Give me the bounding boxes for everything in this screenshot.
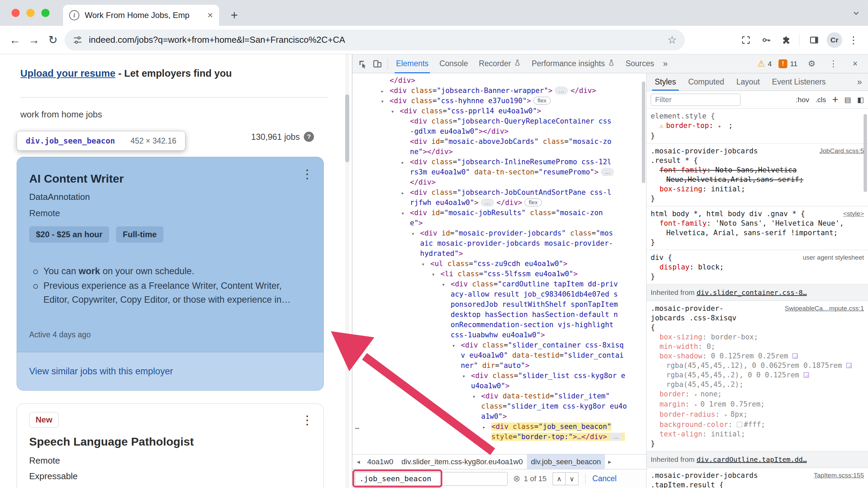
tree-row[interactable]: desktop hasSection hasSection-default n bbox=[352, 309, 646, 320]
page-scrollbar[interactable] bbox=[345, 54, 349, 488]
expand-arrow-icon[interactable]: ▸ bbox=[401, 188, 410, 198]
pseudo-state-toggle[interactable]: :hov bbox=[796, 96, 809, 104]
rule-selector[interactable]: element.style { bbox=[651, 111, 864, 121]
tree-row[interactable]: class="slider_item css-kyg8or eu4o bbox=[352, 401, 646, 411]
expand-arrow-icon[interactable]: ▸ bbox=[401, 157, 410, 168]
shorthand-expand-icon[interactable]: ▸ bbox=[725, 412, 728, 418]
password-key-icon[interactable] bbox=[757, 31, 775, 49]
css-declaration[interactable]: background-color: #fff; bbox=[651, 420, 864, 429]
stylesheet-link[interactable]: user agent stylesheet bbox=[803, 253, 864, 262]
tree-row[interactable]: rs3m eu4oa1w0" data-tn-secton="resumePro… bbox=[352, 167, 646, 177]
job-card-kebab-icon[interactable]: ⋮ bbox=[301, 414, 313, 426]
upload-resume-link[interactable]: Upload your resume bbox=[20, 68, 115, 79]
rule-selector[interactable]: .result * { bbox=[651, 156, 864, 165]
tree-row[interactable]: ▾<div class="slider_container css-8xisq bbox=[352, 340, 646, 350]
collapse-arrow-icon[interactable]: ▾ bbox=[391, 107, 400, 117]
shadow-swatch-icon[interactable] bbox=[804, 372, 809, 378]
styles-filter-input[interactable]: Filter bbox=[651, 94, 741, 106]
css-declaration[interactable]: border-radius: ▸8px; bbox=[651, 410, 864, 420]
tree-row[interactable]: onRecommendation-section vjs-highlight bbox=[352, 320, 646, 330]
job-title[interactable]: AI Content Writer bbox=[29, 172, 124, 185]
devtools-settings-gear-icon[interactable]: ⚙ bbox=[804, 56, 819, 71]
css-declaration[interactable]: box-sizing: border-box; bbox=[651, 332, 864, 342]
tree-row[interactable]: v eu4oa1w0" data-testid="slider_contai bbox=[352, 350, 646, 360]
shorthand-expand-icon[interactable]: ▸ bbox=[718, 123, 722, 129]
side-panel-icon[interactable] bbox=[805, 31, 823, 49]
tree-row[interactable]: css-1uabwhw eu4oa1w0"> bbox=[352, 330, 646, 340]
tree-row[interactable]: ▾<li class="css-5lfssm eu4oa1w0"> bbox=[352, 269, 646, 279]
crumbs-right-arrow-icon[interactable]: ▸ bbox=[605, 458, 614, 466]
site-settings-icon[interactable] bbox=[73, 35, 83, 45]
similar-jobs-link[interactable]: View similar jobs with this employer bbox=[29, 366, 173, 377]
next-match-button[interactable]: ∨ bbox=[566, 472, 578, 485]
inherited-target-link[interactable]: div.cardOutline.tapItem.dd… bbox=[696, 455, 807, 464]
stylesheet-link[interactable]: TapItem.scss:155 bbox=[814, 471, 864, 480]
tree-row[interactable]: <div class="jobsearch-QueryReplaceContai… bbox=[352, 116, 646, 126]
css-declaration[interactable]: font-family: Noto Sans,Helvetica Neue,He… bbox=[651, 165, 864, 184]
reload-button[interactable]: ↻ bbox=[43, 31, 62, 50]
tree-row[interactable]: u4oa1w0"> bbox=[352, 381, 646, 391]
collapse-arrow-icon[interactable]: ▾ bbox=[401, 208, 410, 219]
devtools-tab-recorder[interactable]: Recorder bbox=[473, 54, 526, 73]
expand-ellipsis-badge[interactable]: … bbox=[555, 87, 568, 95]
previous-match-button[interactable]: ∧ bbox=[553, 472, 566, 485]
expand-ellipsis-badge[interactable]: … bbox=[601, 168, 614, 176]
tree-row[interactable]: e"> bbox=[352, 218, 646, 228]
css-declaration[interactable]: font-family: 'Noto Sans', 'Helvetica Neu… bbox=[651, 219, 864, 238]
tree-row[interactable]: ponsoredJob resultWithShelf sponTapItem bbox=[352, 299, 646, 309]
device-toolbar-icon[interactable] bbox=[370, 56, 385, 71]
job-title[interactable]: Speech Language Pathologist bbox=[29, 435, 194, 448]
share-frame-icon[interactable] bbox=[737, 31, 755, 49]
tree-row[interactable]: hydrated"> bbox=[352, 248, 646, 259]
browser-tab[interactable]: i Work From Home Jobs, Emp × bbox=[63, 5, 219, 26]
close-window-button[interactable] bbox=[12, 9, 20, 17]
css-declaration[interactable]: ⚠border-top: ▸ ; bbox=[651, 121, 864, 131]
inherited-target-link[interactable]: div.slider_container.css-8… bbox=[696, 288, 807, 297]
inspect-element-icon[interactable] bbox=[355, 56, 370, 71]
tree-row[interactable]: rjfwh eu4oa1w0">…</div>flex bbox=[352, 198, 646, 208]
css-declaration[interactable]: border: ▸none; bbox=[651, 389, 864, 399]
collapse-arrow-icon[interactable]: ▾ bbox=[421, 259, 430, 269]
issues-indicator[interactable]: ! 11 bbox=[778, 59, 797, 68]
breadcrumb-item[interactable]: 4oa1w0 bbox=[363, 454, 397, 469]
breadcrumb-item[interactable]: div.job_seen_beacon bbox=[527, 454, 605, 469]
rule-selector[interactable]: { bbox=[651, 323, 864, 332]
tree-row[interactable]: -gdlxm eu4oa1w0"></div> bbox=[352, 126, 646, 136]
shadow-swatch-icon[interactable] bbox=[792, 353, 798, 359]
extensions-puzzle-icon[interactable] bbox=[777, 31, 796, 49]
devtools-kebab-icon[interactable]: ⋮ bbox=[826, 56, 841, 71]
tab-search-chevron-icon[interactable] bbox=[852, 9, 861, 19]
tree-row[interactable]: aic mosaic-provider-jobcards mosaic-prov… bbox=[352, 238, 646, 248]
tree-row[interactable]: a1w0"> bbox=[352, 411, 646, 421]
breadcrumb-item[interactable]: div.slider_item.css-kyg8or.eu4oa1w0 bbox=[397, 454, 527, 469]
crumbs-left-arrow-icon[interactable]: ◂ bbox=[354, 458, 363, 466]
warnings-indicator[interactable]: ⚠ 4 bbox=[757, 59, 772, 69]
sidebar-tab-event-listeners[interactable]: Event Listeners bbox=[766, 73, 832, 91]
tree-row[interactable]: ▾<div data-testid="slider_item" bbox=[352, 391, 646, 401]
collapse-arrow-icon[interactable]: ▾ bbox=[472, 392, 481, 402]
page-scrollbar-thumb[interactable] bbox=[345, 94, 349, 162]
stylesheet-link[interactable]: <style> bbox=[843, 209, 864, 219]
stylesheet-link[interactable]: JobCard.scss:5 bbox=[820, 146, 864, 156]
rule-selector[interactable]: html body *, html body div .gnav * { bbox=[651, 209, 864, 219]
css-declaration[interactable]: box-sizing: initial; bbox=[651, 184, 864, 194]
collapse-arrow-icon[interactable]: ▾ bbox=[452, 341, 461, 351]
tree-row[interactable]: <div id="mosaic-aboveJobCards" class="mo… bbox=[352, 136, 646, 147]
rendering-emulation-icon[interactable]: ▤ bbox=[844, 96, 851, 104]
tree-row[interactable]: ne"></div> bbox=[352, 147, 646, 157]
css-declaration[interactable]: text-align: initial; bbox=[651, 429, 864, 439]
sidebar-tab-layout[interactable]: Layout bbox=[730, 73, 766, 91]
styles-scrollbar[interactable] bbox=[864, 114, 867, 192]
tree-row[interactable]: ▾<div id="mosaic-provider-jobcards" clas… bbox=[352, 228, 646, 238]
browser-menu-kebab-icon[interactable]: ⋮ bbox=[844, 31, 863, 49]
tree-row[interactable]: …▸<div class="job_seen_beacon" bbox=[352, 421, 646, 432]
expand-ellipsis-badge[interactable]: … bbox=[609, 433, 623, 441]
css-declaration[interactable]: box-shadow: 0 0.125rem 0.25rem rgba(45,4… bbox=[651, 351, 864, 389]
job-card-kebab-icon[interactable]: ⋮ bbox=[301, 168, 313, 180]
css-declaration[interactable]: margin: ▸0 1rem 0.75rem; bbox=[651, 399, 864, 410]
computed-sidebar-icon[interactable]: ◧ bbox=[857, 96, 864, 104]
collapse-arrow-icon[interactable]: ▾ bbox=[381, 96, 390, 107]
maximize-window-button[interactable] bbox=[41, 9, 50, 17]
collapse-arrow-icon[interactable]: ▾ bbox=[432, 269, 440, 280]
color-swatch-icon[interactable] bbox=[737, 422, 742, 427]
